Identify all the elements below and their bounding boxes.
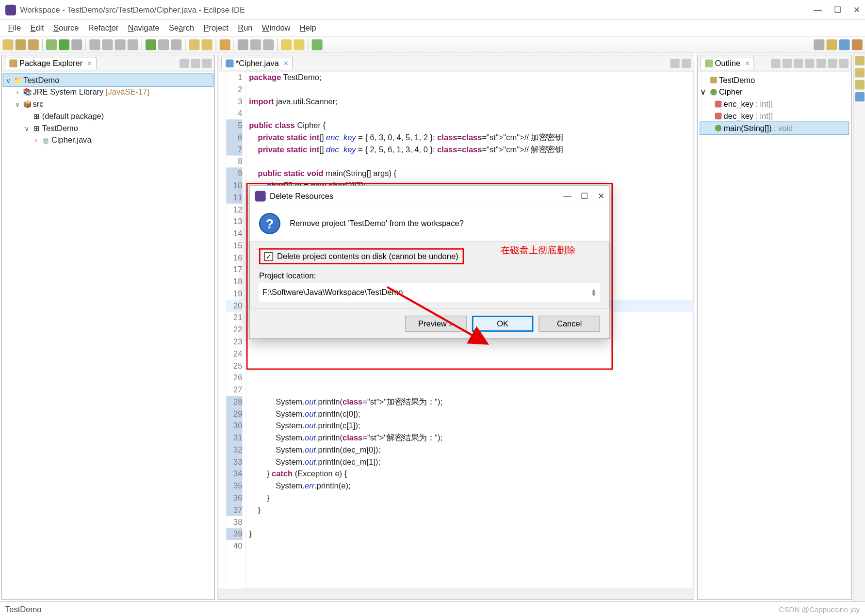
- search-icon[interactable]: [238, 39, 248, 50]
- package-explorer-panel: Package Explorer × ∨📁TestDemo ›📚JRE Syst…: [1, 55, 215, 600]
- outline-class[interactable]: ∨Cipher: [700, 86, 848, 98]
- main-toolbar: [0, 36, 865, 53]
- project-location-label: Project location:: [259, 271, 600, 280]
- outline-tb6[interactable]: [828, 58, 837, 67]
- package-explorer-tab[interactable]: Package Explorer ×: [5, 57, 97, 69]
- tb-generic[interactable]: [102, 39, 113, 50]
- menu-refactor[interactable]: Refactor: [84, 22, 123, 34]
- menu-file[interactable]: File: [4, 22, 25, 34]
- eclipse-icon: [255, 191, 266, 202]
- outline-tree[interactable]: TestDemo ∨Cipher enc_key: int[] dec_key:…: [698, 71, 851, 599]
- fastview-icon[interactable]: [855, 92, 864, 101]
- tb-generic[interactable]: [158, 39, 169, 50]
- new-class-icon[interactable]: [189, 39, 199, 50]
- outline-tab[interactable]: Outline ×: [700, 57, 754, 69]
- outline-enc[interactable]: enc_key: int[]: [700, 98, 848, 110]
- dialog-message: Remove project 'TestDemo' from the works…: [290, 219, 464, 228]
- quick-access-icon[interactable]: [814, 39, 824, 50]
- editor-tab[interactable]: *Cipher.java ×: [221, 57, 293, 69]
- menu-run[interactable]: Run: [234, 22, 257, 34]
- annotation-text: 在磁盘上彻底删除: [501, 244, 575, 257]
- min-icon[interactable]: [670, 58, 680, 67]
- menu-source[interactable]: Source: [49, 22, 83, 34]
- fast-view-bar: [853, 53, 865, 601]
- back-icon[interactable]: [281, 39, 292, 50]
- project-location-field[interactable]: F:\Software\Java\Workspace\TestDemo ▲▼: [259, 283, 600, 302]
- package-explorer-icon: [9, 59, 17, 67]
- dialog-maximize[interactable]: ☐: [581, 192, 588, 201]
- max-icon[interactable]: [682, 58, 691, 67]
- view-menu-icon[interactable]: [202, 58, 212, 67]
- close-editor-icon[interactable]: ×: [283, 59, 288, 68]
- outline-dec[interactable]: dec_key: int[]: [700, 110, 848, 122]
- tb-generic[interactable]: [250, 39, 261, 50]
- file-node[interactable]: ›🍵Cipher.java: [3, 134, 213, 146]
- outline-tb2[interactable]: [783, 58, 792, 67]
- debug-icon[interactable]: [46, 39, 57, 50]
- pin-icon[interactable]: [312, 39, 323, 50]
- close-outline-icon[interactable]: ×: [745, 59, 750, 68]
- outline-main[interactable]: main(String[]): void: [700, 122, 848, 134]
- tb-generic[interactable]: [128, 39, 138, 50]
- delete-contents-checkbox[interactable]: ✓: [264, 252, 273, 260]
- tb-generic[interactable]: [171, 39, 181, 50]
- collapse-all-icon[interactable]: [180, 58, 189, 67]
- minimize-button[interactable]: —: [814, 5, 822, 14]
- menu-navigate[interactable]: Navigate: [124, 22, 163, 34]
- outline-package[interactable]: TestDemo: [700, 74, 848, 86]
- preview-button[interactable]: Preview >: [405, 316, 467, 332]
- dialog-minimize[interactable]: —: [563, 192, 571, 201]
- eclipse-icon: [5, 4, 16, 15]
- window-titlebar: Workspace - TestDemo/src/TestDemo/Cipher…: [0, 0, 865, 20]
- link-editor-icon[interactable]: [191, 58, 200, 67]
- cancel-button[interactable]: Cancel: [539, 316, 600, 332]
- menu-edit[interactable]: Edit: [26, 22, 48, 34]
- debug-perspective-icon[interactable]: [852, 39, 863, 50]
- java-file-icon: [226, 59, 234, 67]
- spinner-icon[interactable]: ▲▼: [591, 288, 597, 296]
- project-node[interactable]: ∨📁TestDemo: [3, 74, 213, 86]
- dialog-close[interactable]: ✕: [598, 192, 604, 201]
- default-package-node[interactable]: ⊞(default package): [3, 110, 213, 122]
- save-all-icon[interactable]: [28, 39, 39, 50]
- maximize-button[interactable]: ☐: [834, 5, 841, 14]
- tb-generic[interactable]: [115, 39, 126, 50]
- new-package-icon[interactable]: [202, 39, 212, 50]
- outline-tb5[interactable]: [816, 58, 826, 67]
- outline-menu[interactable]: [839, 58, 849, 67]
- close-button[interactable]: ✕: [853, 5, 860, 14]
- src-node[interactable]: ∨📦src: [3, 98, 213, 110]
- dialog-title: Delete Resources: [270, 192, 333, 201]
- open-perspective-icon[interactable]: [826, 39, 837, 50]
- outline-tb3[interactable]: [794, 58, 803, 67]
- close-tab-icon[interactable]: ×: [87, 59, 92, 68]
- question-icon: ?: [259, 213, 280, 234]
- fastview-icon[interactable]: [855, 68, 864, 77]
- run-icon[interactable]: [59, 39, 69, 50]
- status-project: TestDemo: [5, 604, 41, 614]
- coverage-icon[interactable]: [71, 39, 82, 50]
- fastview-icon[interactable]: [855, 80, 864, 89]
- java-perspective-icon[interactable]: [839, 39, 850, 50]
- package-node[interactable]: ∨⊞TestDemo: [3, 122, 213, 134]
- ok-button[interactable]: OK: [472, 316, 534, 332]
- jre-node[interactable]: ›📚JRE System Library [JavaSE-17]: [3, 86, 213, 98]
- save-icon[interactable]: [16, 39, 26, 50]
- tb-generic[interactable]: [263, 39, 274, 50]
- outline-panel: Outline × TestDemo ∨Cipher enc_key: int[…: [697, 55, 852, 600]
- package-tree[interactable]: ∨📁TestDemo ›📚JRE System Library [JavaSE-…: [2, 71, 214, 599]
- outline-tb1[interactable]: [771, 58, 780, 67]
- open-type-icon[interactable]: [220, 39, 230, 50]
- delete-contents-row[interactable]: ✓ Delete project contents on disk (canno…: [259, 248, 464, 264]
- menu-search[interactable]: Search: [165, 22, 198, 34]
- outline-tb4[interactable]: [805, 58, 814, 67]
- menu-project[interactable]: Project: [199, 22, 232, 34]
- run-last-icon[interactable]: [146, 39, 156, 50]
- menu-help[interactable]: Help: [296, 22, 320, 34]
- tb-generic[interactable]: [89, 39, 100, 50]
- editor-hscroll[interactable]: [218, 589, 694, 600]
- fastview-icon[interactable]: [855, 56, 864, 65]
- new-icon[interactable]: [3, 39, 14, 50]
- menu-window[interactable]: Window: [258, 22, 294, 34]
- forward-icon[interactable]: [294, 39, 304, 50]
